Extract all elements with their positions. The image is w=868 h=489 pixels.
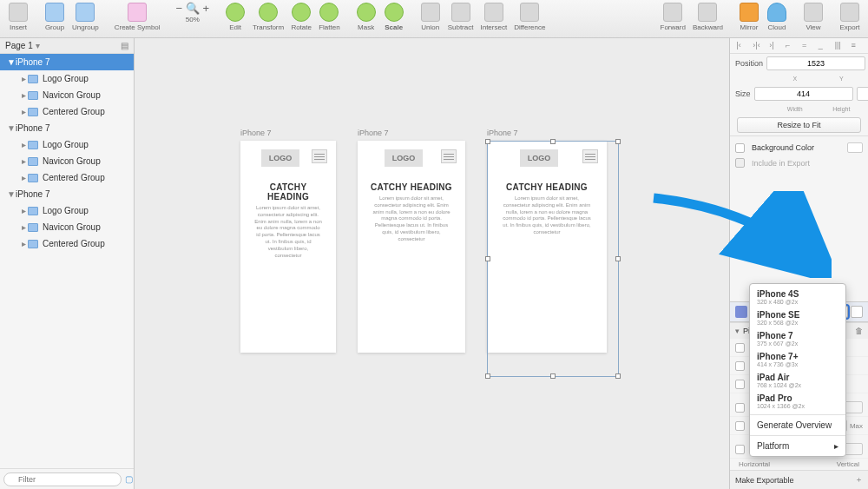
selection-outline — [487, 141, 619, 377]
page-list-icon[interactable]: ▤ — [121, 41, 128, 50]
align-top-icon[interactable]: ⌐ — [786, 41, 796, 51]
mask-button[interactable]: Mask — [356, 2, 377, 31]
bg-color-checkbox[interactable] — [735, 143, 745, 153]
artboard-label[interactable]: iPhone 7 — [487, 129, 518, 137]
view-button[interactable]: View — [803, 2, 824, 31]
zoom-control[interactable]: − 🔍 +50% — [176, 2, 209, 23]
align-check[interactable] — [735, 445, 745, 454]
preset-item[interactable]: iPad Pro1024 x 1366 @2x — [750, 391, 845, 412]
w-check[interactable] — [735, 403, 745, 413]
export-button[interactable]: Export — [839, 2, 860, 31]
layer-item[interactable]: ▸Centered Group — [0, 103, 134, 120]
include-export-checkbox — [735, 158, 745, 168]
hamburger-icon — [441, 149, 457, 163]
bg-color-label: Background Color — [752, 143, 814, 152]
size-label: Size — [735, 89, 751, 98]
mirror-button[interactable]: Mirror — [739, 2, 760, 31]
logo-placeholder: LOGO — [385, 149, 424, 167]
layer-item[interactable]: ▸Logo Group — [0, 70, 134, 87]
artboard-item[interactable]: ▼ iPhone 7 — [0, 120, 134, 136]
preset-item[interactable]: iPad Air768 x 1024 @2x — [750, 370, 845, 391]
logo-placeholder: LOGO — [261, 149, 300, 167]
backward-button[interactable]: Backward — [693, 2, 723, 31]
width-field[interactable] — [754, 87, 853, 101]
auto-layout-icon — [735, 306, 747, 318]
edit-button[interactable]: Edit — [225, 2, 246, 31]
include-export-label: Include in Export — [752, 159, 810, 168]
pin-check[interactable] — [735, 380, 745, 389]
position-label: Position — [735, 59, 763, 68]
layer-item[interactable]: ▸Logo Group — [0, 136, 134, 153]
intersect-button[interactable]: Intersect — [480, 2, 507, 31]
preset-item[interactable]: iPhone SE320 x 568 @2x — [750, 307, 845, 328]
delete-icon[interactable]: 🗑 — [855, 327, 863, 335]
distribute-v-icon[interactable]: ≡ — [852, 41, 862, 51]
height-field[interactable] — [857, 87, 868, 101]
platform-item[interactable]: Platform▸ — [750, 439, 845, 453]
cloud-button[interactable]: Cloud — [766, 2, 787, 31]
toolbar: Insert Group Ungroup Create Symbol − 🔍 +… — [0, 0, 868, 38]
layers-panel: Page 1▾ ▤ ▼ iPhone 7▸Logo Group▸Navicon … — [0, 38, 135, 489]
resize-to-fit-button[interactable]: Resize to Fit — [737, 117, 861, 133]
pin-check[interactable] — [735, 343, 745, 353]
artboard-1[interactable]: iPhone 7 LOGOCATCHY HEADINGLorem ipsum d… — [240, 141, 336, 353]
flatten-button[interactable]: Flatten — [319, 2, 339, 31]
union-button[interactable]: Union — [420, 2, 441, 31]
artboard-2[interactable]: iPhone 7 LOGOCATCHY HEADINGLorem ipsum d… — [358, 141, 465, 353]
ungroup-button[interactable]: Ungroup — [72, 2, 99, 31]
layer-item[interactable]: ▸Logo Group — [0, 202, 134, 219]
transform-button[interactable]: Transform — [253, 2, 284, 31]
rotate-button[interactable]: Rotate — [291, 2, 312, 31]
create-symbol-button[interactable]: Create Symbol — [115, 2, 161, 31]
page-selector[interactable]: Page 1▾ ▤ — [0, 38, 134, 54]
subtract-button[interactable]: Subtract — [448, 2, 474, 31]
h-check[interactable] — [735, 421, 745, 431]
device-preset-dropdown: iPhone 4S320 x 480 @2xiPhone SE320 x 568… — [749, 283, 846, 457]
lorem-text: Lorem ipsum dolor sit amet, consectetur … — [249, 205, 327, 259]
insert-menu[interactable]: Insert — [8, 2, 29, 31]
align-bottom-icon[interactable]: _ — [819, 41, 829, 51]
scale-button[interactable]: Scale — [384, 2, 404, 31]
distribute-h-icon[interactable]: ||| — [835, 41, 845, 51]
make-exportable-header[interactable]: Make Exportable＋ — [730, 470, 868, 489]
heading-text: CATCHY HEADING — [249, 182, 327, 202]
canvas[interactable]: iPhone 7 LOGOCATCHY HEADINGLorem ipsum d… — [135, 38, 729, 489]
add-export-icon[interactable]: ＋ — [855, 474, 863, 486]
forward-button[interactable]: Forward — [661, 2, 686, 31]
preset-item[interactable]: iPhone 4S320 x 480 @2x — [750, 287, 845, 307]
alignment-controls[interactable]: |‹ ›|‹ ›| ⌐ = _ ||| ≡ — [730, 38, 868, 54]
generate-overview-item[interactable]: Generate Overview — [750, 418, 845, 433]
difference-button[interactable]: Difference — [514, 2, 545, 31]
sidebar-toggle-icon[interactable]: ▢ — [125, 474, 133, 484]
preset-item[interactable]: iPhone 7375 x 667 @2x — [750, 328, 845, 349]
layer-item[interactable]: ▸Navicon Group — [0, 153, 134, 169]
layer-item[interactable]: ▸Navicon Group — [0, 87, 134, 103]
align-right-icon[interactable]: ›| — [769, 41, 779, 51]
heading-text: CATCHY HEADING — [366, 182, 457, 192]
artboard-label[interactable]: iPhone 7 — [240, 129, 272, 137]
lorem-text: Lorem ipsum dolor sit amet, consectetur … — [366, 195, 457, 243]
group-button[interactable]: Group — [44, 2, 65, 31]
layer-item[interactable]: ▸Centered Group — [0, 235, 134, 252]
position-x-field[interactable] — [766, 56, 865, 70]
align-center-h-icon[interactable]: ›|‹ — [753, 41, 763, 51]
artboard-item[interactable]: ▼ iPhone 7 — [0, 186, 134, 202]
filter-input[interactable] — [3, 472, 122, 486]
preset-item[interactable]: iPhone 7+414 x 736 @3x — [750, 349, 845, 370]
hamburger-icon — [312, 149, 327, 163]
artboard-label[interactable]: iPhone 7 — [358, 129, 389, 137]
bg-color-swatch[interactable] — [847, 142, 863, 153]
pin-check[interactable] — [735, 361, 745, 371]
layer-item[interactable]: ▸Centered Group — [0, 169, 134, 186]
align-left-icon[interactable]: |‹ — [736, 41, 746, 51]
al-device-icon[interactable] — [851, 306, 863, 318]
artboard-item[interactable]: ▼ iPhone 7 — [0, 54, 134, 70]
align-middle-icon[interactable]: = — [802, 41, 812, 51]
layer-item[interactable]: ▸Navicon Group — [0, 219, 134, 235]
